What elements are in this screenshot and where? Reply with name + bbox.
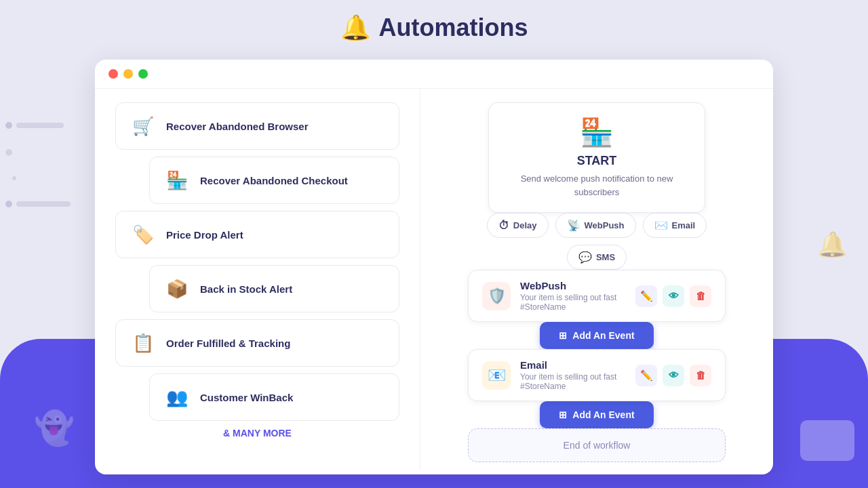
page-title: 🔔 Automations <box>0 14 868 42</box>
email-event-content: Email Your item is selling out fast #Sto… <box>520 359 626 391</box>
automation-item-back-in-stock[interactable]: 📦 Back in Stock Alert <box>149 265 399 312</box>
item-label-customer-winback: Customer WinBack <box>200 392 293 403</box>
sidebar-decoration <box>0 122 71 207</box>
email-event-type: Email <box>520 359 626 371</box>
webpush-event-type: WebPush <box>520 280 626 291</box>
main-window: 🛒 Recover Abandoned Browser 🏪 Recover Ab… <box>95 60 773 474</box>
automation-list: 🛒 Recover Abandoned Browser 🏪 Recover Ab… <box>115 102 399 421</box>
automation-item-recover-abandoned-checkout[interactable]: 🏪 Recover Abandoned Checkout <box>149 157 399 204</box>
end-workflow[interactable]: End of workflow <box>468 428 726 462</box>
webpush-view-button[interactable]: 👁 <box>663 285 684 307</box>
action-buttons-row: ⏱ Delay 📡 WebPush ✉️ Email 💬 SMS <box>468 213 726 270</box>
left-panel: 🛒 Recover Abandoned Browser 🏪 Recover Ab… <box>95 89 420 470</box>
action-btn-delay[interactable]: ⏱ Delay <box>487 213 549 238</box>
page-header: 🔔 Automations <box>0 14 868 42</box>
bell-decoration: 🔔 <box>817 230 848 259</box>
delay-label: Delay <box>513 220 537 230</box>
email-edit-button[interactable]: ✏️ <box>635 365 657 386</box>
event-node-email: 📧 Email Your item is selling out fast #S… <box>468 349 726 401</box>
email-delete-button[interactable]: 🗑 <box>690 365 711 386</box>
ghost-decoration: 👻 <box>34 409 75 447</box>
automation-item-order-fulfilled[interactable]: 📋 Order Fulfilled & Tracking <box>115 319 399 367</box>
add-event-button-2[interactable]: ⊞ Add An Event <box>540 401 653 428</box>
chrome-dot-red[interactable] <box>108 69 118 79</box>
email-event-icon-wrapper: 📧 <box>482 361 511 390</box>
webpush-event-icon: 🛡️ <box>488 287 506 305</box>
start-description: Send welcome push notification to new su… <box>509 172 684 199</box>
page-title-text: Automations <box>379 14 528 42</box>
item-icon-recover-abandoned-browser: 🛒 <box>130 113 157 140</box>
add-event-button-1[interactable]: ⊞ Add An Event <box>540 322 653 349</box>
start-card: 🏪 START Send welcome push notification t… <box>488 102 705 213</box>
item-label-back-in-stock: Back in Stock Alert <box>200 283 292 295</box>
item-label-recover-abandoned-checkout: Recover Abandoned Checkout <box>200 175 348 186</box>
right-panel: 🏪 START Send welcome push notification t… <box>420 89 773 470</box>
email-event-actions: ✏️ 👁 🗑 <box>635 365 711 386</box>
email-view-button[interactable]: 👁 <box>663 365 684 386</box>
many-more-link[interactable]: & MANY MORE <box>115 428 399 439</box>
email-event-icon: 📧 <box>488 367 506 384</box>
item-icon-order-fulfilled: 📋 <box>130 329 157 357</box>
item-icon-recover-abandoned-checkout: 🏪 <box>163 167 191 194</box>
webpush-event-content: WebPush Your item is selling out fast #S… <box>520 280 626 312</box>
chrome-dot-green[interactable] <box>138 69 148 79</box>
action-btn-email[interactable]: ✉️ Email <box>643 213 707 238</box>
window-body: 🛒 Recover Abandoned Browser 🏪 Recover Ab… <box>95 89 773 470</box>
automation-item-price-drop-alert[interactable]: 🏷️ Price Drop Alert <box>115 211 399 258</box>
email-icon: ✉️ <box>654 219 668 232</box>
start-label: START <box>509 154 684 168</box>
action-btn-sms[interactable]: 💬 SMS <box>567 245 627 270</box>
add-event-label-2: Add An Event <box>572 409 634 420</box>
item-icon-price-drop-alert: 🏷️ <box>130 221 157 248</box>
item-icon-customer-winback: 👥 <box>163 384 191 411</box>
chrome-dot-yellow[interactable] <box>123 69 133 79</box>
webpush-event-actions: ✏️ 👁 🗑 <box>635 285 711 307</box>
delay-icon: ⏱ <box>498 220 509 232</box>
email-event-subtitle: Your item is selling out fast #StoreName <box>520 372 626 391</box>
add-event-icon-2: ⊞ <box>559 409 567 420</box>
item-icon-back-in-stock: 📦 <box>163 275 191 302</box>
email-label: Email <box>672 220 696 230</box>
corner-card-decoration <box>800 420 854 461</box>
item-label-order-fulfilled: Order Fulfilled & Tracking <box>166 338 290 349</box>
sms-label: SMS <box>596 252 615 262</box>
item-label-price-drop-alert: Price Drop Alert <box>166 229 243 241</box>
webpush-delete-button[interactable]: 🗑 <box>690 285 711 307</box>
webpush-event-icon-wrapper: 🛡️ <box>482 282 511 310</box>
item-label-recover-abandoned-browser: Recover Abandoned Browser <box>166 121 309 132</box>
webpush-event-subtitle: Your item is selling out fast #StoreName <box>520 293 626 312</box>
header-bell-icon: 🔔 <box>340 14 371 42</box>
webpush-edit-button[interactable]: ✏️ <box>635 285 657 307</box>
webpush-label: WebPush <box>585 220 625 230</box>
sms-icon: 💬 <box>578 251 592 264</box>
automation-item-recover-abandoned-browser[interactable]: 🛒 Recover Abandoned Browser <box>115 102 399 150</box>
add-event-label-1: Add An Event <box>572 330 634 341</box>
add-event-icon-1: ⊞ <box>559 330 567 341</box>
window-chrome <box>95 60 773 89</box>
event-node-webpush: 🛡️ WebPush Your item is selling out fast… <box>468 270 726 322</box>
automation-item-customer-winback[interactable]: 👥 Customer WinBack <box>149 373 399 421</box>
action-btn-webpush[interactable]: 📡 WebPush <box>555 213 636 238</box>
webpush-icon: 📡 <box>567 219 580 232</box>
start-store-icon: 🏪 <box>509 117 684 148</box>
